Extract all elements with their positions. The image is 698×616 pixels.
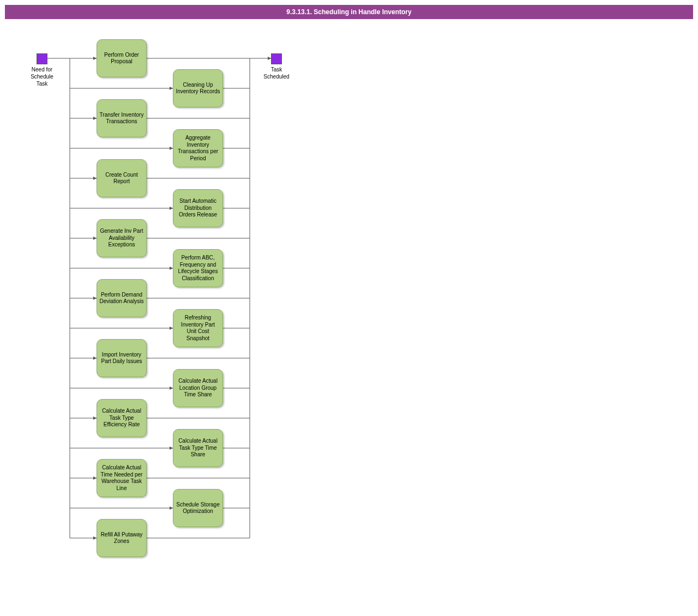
- task-calculate-actual-location-group-time-share[interactable]: Calculate Actual Location Group Time Sha…: [173, 369, 223, 407]
- task-generate-inv-part-availability-exceptions[interactable]: Generate Inv Part Availability Exception…: [97, 219, 147, 257]
- task-refreshing-inventory-part-unit-cost-snapshot[interactable]: Refreshing Inventory Part Unit Cost Snap…: [173, 309, 223, 347]
- end-event: [271, 53, 282, 64]
- task-import-inventory-part-daily-issues[interactable]: Import Inventory Part Daily Issues: [97, 339, 147, 377]
- start-event-label: Need forScheduleTask: [26, 66, 58, 87]
- task-calculate-actual-time-needed-per-warehouse-task-line[interactable]: Calculate Actual Time Needed per Warehou…: [97, 459, 147, 497]
- task-perform-abc-frequency-lifecycle-classification[interactable]: Perform ABC, Frequency and Lifecycle Sta…: [173, 249, 223, 287]
- task-calculate-actual-task-type-efficiency-rate[interactable]: Calculate Actual Task Type Efficiency Ra…: [97, 399, 147, 437]
- task-perform-order-proposal[interactable]: Perform Order Proposal: [97, 39, 147, 77]
- task-schedule-storage-optimization[interactable]: Schedule Storage Optimization: [173, 489, 223, 527]
- task-create-count-report[interactable]: Create Count Report: [97, 159, 147, 197]
- diagram-canvas: Need forScheduleTask TaskScheduled Perfo…: [0, 19, 698, 613]
- task-cleaning-up-inventory-records[interactable]: Cleaning Up Inventory Records: [173, 69, 223, 107]
- task-calculate-actual-task-type-time-share[interactable]: Calculate Actual Task Type Time Share: [173, 429, 223, 467]
- end-event-label: TaskScheduled: [260, 66, 293, 80]
- task-start-automatic-distribution-orders-release[interactable]: Start Automatic Distribution Orders Rele…: [173, 189, 223, 227]
- task-perform-demand-deviation-analysis[interactable]: Perform Demand Deviation Analysis: [97, 279, 147, 317]
- task-refill-all-putaway-zones[interactable]: Refill All Putaway Zones: [97, 519, 147, 557]
- start-event: [37, 53, 47, 64]
- task-aggregate-inventory-transactions-per-period[interactable]: Aggregate Inventory Transactions per Per…: [173, 129, 223, 167]
- page-title: 9.3.13.1. Scheduling in Handle Inventory: [5, 5, 693, 19]
- task-transfer-inventory-transactions[interactable]: Transfer Inventory Transactions: [97, 99, 147, 137]
